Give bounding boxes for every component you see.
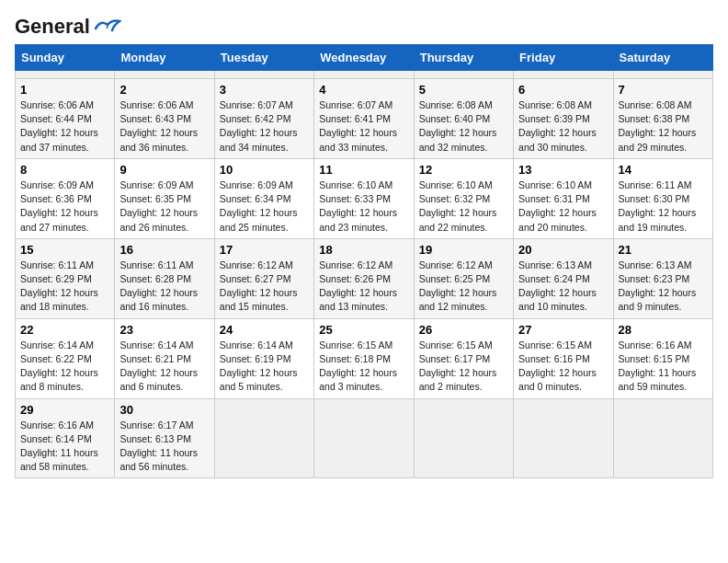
- weekday-header-monday: Monday: [115, 45, 214, 71]
- day-info: Sunrise: 6:12 AM Sunset: 6:27 PM Dayligh…: [220, 259, 309, 315]
- calendar-cell: [214, 71, 313, 79]
- calendar-cell: [314, 71, 414, 79]
- calendar-week-6: 29Sunrise: 6:16 AM Sunset: 6:14 PM Dayli…: [16, 398, 713, 478]
- calendar-cell: 22Sunrise: 6:14 AM Sunset: 6:22 PM Dayli…: [16, 318, 115, 398]
- day-info: Sunrise: 6:11 AM Sunset: 6:30 PM Dayligh…: [619, 178, 708, 235]
- day-number: 9: [119, 163, 209, 177]
- logo: General: [15, 15, 121, 35]
- calendar-cell: 26Sunrise: 6:15 AM Sunset: 6:17 PM Dayli…: [414, 318, 513, 398]
- day-number: 8: [20, 163, 109, 177]
- logo-bird-icon: [94, 17, 121, 36]
- day-number: 11: [319, 163, 408, 177]
- day-info: Sunrise: 6:15 AM Sunset: 6:16 PM Dayligh…: [518, 339, 608, 395]
- calendar-cell: 15Sunrise: 6:11 AM Sunset: 6:29 PM Dayli…: [16, 238, 115, 318]
- day-info: Sunrise: 6:08 AM Sunset: 6:40 PM Dayligh…: [419, 98, 508, 155]
- day-info: Sunrise: 6:14 AM Sunset: 6:21 PM Dayligh…: [119, 339, 209, 395]
- day-number: 30: [119, 403, 209, 417]
- day-info: Sunrise: 6:08 AM Sunset: 6:39 PM Dayligh…: [518, 98, 608, 155]
- calendar-cell: 12Sunrise: 6:10 AM Sunset: 6:32 PM Dayli…: [414, 158, 513, 238]
- calendar-cell: 3Sunrise: 6:07 AM Sunset: 6:42 PM Daylig…: [214, 79, 313, 159]
- calendar-cell: [613, 71, 712, 79]
- day-number: 26: [419, 323, 508, 337]
- calendar-cell: 7Sunrise: 6:08 AM Sunset: 6:38 PM Daylig…: [613, 79, 712, 159]
- calendar-week-4: 15Sunrise: 6:11 AM Sunset: 6:29 PM Dayli…: [16, 238, 713, 318]
- day-info: Sunrise: 6:17 AM Sunset: 6:13 PM Dayligh…: [119, 419, 209, 475]
- day-info: Sunrise: 6:15 AM Sunset: 6:18 PM Dayligh…: [319, 339, 408, 395]
- calendar-cell: 4Sunrise: 6:07 AM Sunset: 6:41 PM Daylig…: [314, 79, 414, 159]
- calendar-cell: [613, 398, 712, 478]
- day-number: 10: [220, 163, 309, 177]
- calendar-cell: 24Sunrise: 6:14 AM Sunset: 6:19 PM Dayli…: [214, 318, 313, 398]
- calendar-cell: 5Sunrise: 6:08 AM Sunset: 6:40 PM Daylig…: [414, 79, 513, 159]
- day-info: Sunrise: 6:07 AM Sunset: 6:41 PM Dayligh…: [319, 98, 408, 155]
- calendar-cell: 23Sunrise: 6:14 AM Sunset: 6:21 PM Dayli…: [115, 318, 214, 398]
- day-number: 13: [518, 163, 608, 177]
- calendar-cell: 1Sunrise: 6:06 AM Sunset: 6:44 PM Daylig…: [16, 79, 115, 159]
- calendar-cell: 6Sunrise: 6:08 AM Sunset: 6:39 PM Daylig…: [514, 79, 613, 159]
- day-info: Sunrise: 6:10 AM Sunset: 6:32 PM Dayligh…: [419, 178, 508, 235]
- weekday-header-sunday: Sunday: [16, 45, 115, 71]
- day-info: Sunrise: 6:13 AM Sunset: 6:24 PM Dayligh…: [518, 259, 608, 315]
- calendar-week-5: 22Sunrise: 6:14 AM Sunset: 6:22 PM Dayli…: [16, 318, 713, 398]
- day-info: Sunrise: 6:10 AM Sunset: 6:31 PM Dayligh…: [518, 178, 608, 235]
- weekday-header-tuesday: Tuesday: [214, 45, 313, 71]
- calendar-cell: 30Sunrise: 6:17 AM Sunset: 6:13 PM Dayli…: [115, 398, 214, 478]
- day-info: Sunrise: 6:11 AM Sunset: 6:29 PM Dayligh…: [20, 259, 109, 315]
- weekday-header-wednesday: Wednesday: [314, 45, 414, 71]
- day-number: 17: [220, 243, 309, 257]
- day-info: Sunrise: 6:06 AM Sunset: 6:43 PM Dayligh…: [119, 98, 209, 155]
- day-number: 7: [619, 83, 708, 97]
- calendar-cell: [514, 398, 613, 478]
- day-info: Sunrise: 6:07 AM Sunset: 6:42 PM Dayligh…: [220, 98, 309, 155]
- day-number: 24: [220, 323, 309, 337]
- calendar-cell: 8Sunrise: 6:09 AM Sunset: 6:36 PM Daylig…: [16, 158, 115, 238]
- calendar-cell: 21Sunrise: 6:13 AM Sunset: 6:23 PM Dayli…: [613, 238, 712, 318]
- day-info: Sunrise: 6:09 AM Sunset: 6:34 PM Dayligh…: [220, 178, 309, 235]
- day-number: 4: [319, 83, 408, 97]
- calendar-cell: [115, 71, 214, 79]
- day-number: 15: [20, 243, 109, 257]
- calendar-cell: 29Sunrise: 6:16 AM Sunset: 6:14 PM Dayli…: [16, 398, 115, 478]
- day-number: 22: [20, 323, 109, 337]
- day-number: 29: [20, 403, 109, 417]
- day-number: 3: [220, 83, 309, 97]
- day-info: Sunrise: 6:08 AM Sunset: 6:38 PM Dayligh…: [619, 98, 708, 155]
- calendar-cell: 16Sunrise: 6:11 AM Sunset: 6:28 PM Dayli…: [115, 238, 214, 318]
- calendar-cell: 18Sunrise: 6:12 AM Sunset: 6:26 PM Dayli…: [314, 238, 414, 318]
- day-info: Sunrise: 6:11 AM Sunset: 6:28 PM Dayligh…: [119, 259, 209, 315]
- calendar-cell: [414, 71, 513, 79]
- day-number: 5: [419, 83, 508, 97]
- day-info: Sunrise: 6:14 AM Sunset: 6:22 PM Dayligh…: [20, 339, 109, 395]
- calendar-cell: 11Sunrise: 6:10 AM Sunset: 6:33 PM Dayli…: [314, 158, 414, 238]
- calendar-week-2: 1Sunrise: 6:06 AM Sunset: 6:44 PM Daylig…: [16, 79, 713, 159]
- day-number: 20: [518, 243, 608, 257]
- calendar-cell: 17Sunrise: 6:12 AM Sunset: 6:27 PM Dayli…: [214, 238, 313, 318]
- calendar-cell: [314, 398, 414, 478]
- calendar-cell: 20Sunrise: 6:13 AM Sunset: 6:24 PM Dayli…: [514, 238, 613, 318]
- calendar-cell: [414, 398, 513, 478]
- day-number: 12: [419, 163, 508, 177]
- day-number: 6: [518, 83, 608, 97]
- calendar-cell: 13Sunrise: 6:10 AM Sunset: 6:31 PM Dayli…: [514, 158, 613, 238]
- logo-text-general: General: [15, 15, 90, 39]
- day-number: 28: [619, 323, 708, 337]
- day-info: Sunrise: 6:09 AM Sunset: 6:36 PM Dayligh…: [20, 178, 109, 235]
- day-number: 19: [419, 243, 508, 257]
- calendar-cell: 9Sunrise: 6:09 AM Sunset: 6:35 PM Daylig…: [115, 158, 214, 238]
- day-number: 14: [619, 163, 708, 177]
- day-info: Sunrise: 6:06 AM Sunset: 6:44 PM Dayligh…: [20, 98, 109, 155]
- day-info: Sunrise: 6:16 AM Sunset: 6:14 PM Dayligh…: [20, 419, 109, 475]
- day-info: Sunrise: 6:12 AM Sunset: 6:26 PM Dayligh…: [319, 259, 408, 315]
- day-info: Sunrise: 6:09 AM Sunset: 6:35 PM Dayligh…: [119, 178, 209, 235]
- calendar-cell: 27Sunrise: 6:15 AM Sunset: 6:16 PM Dayli…: [514, 318, 613, 398]
- day-number: 23: [119, 323, 209, 337]
- day-info: Sunrise: 6:15 AM Sunset: 6:17 PM Dayligh…: [419, 339, 508, 395]
- weekday-header-friday: Friday: [514, 45, 613, 71]
- calendar-cell: 25Sunrise: 6:15 AM Sunset: 6:18 PM Dayli…: [314, 318, 414, 398]
- weekday-header-saturday: Saturday: [613, 45, 712, 71]
- calendar-week-1: [16, 71, 713, 79]
- calendar-cell: 14Sunrise: 6:11 AM Sunset: 6:30 PM Dayli…: [613, 158, 712, 238]
- day-info: Sunrise: 6:10 AM Sunset: 6:33 PM Dayligh…: [319, 178, 408, 235]
- day-number: 18: [319, 243, 408, 257]
- day-info: Sunrise: 6:14 AM Sunset: 6:19 PM Dayligh…: [220, 339, 309, 395]
